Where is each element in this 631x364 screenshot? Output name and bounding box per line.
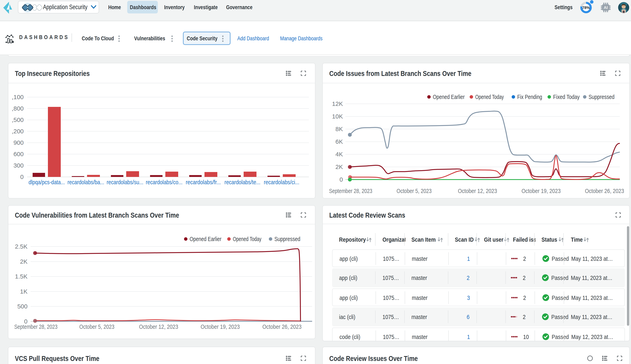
svg-text:Fixed Today: Fixed Today — [553, 94, 580, 100]
svg-text:recardolabs/fr...: recardolabs/fr... — [186, 179, 221, 186]
svg-text:,500: ,500 — [12, 116, 24, 123]
svg-text:October 5, 2023: October 5, 2023 — [396, 188, 432, 194]
svg-text:78%: 78% — [582, 6, 590, 10]
svg-text:6K: 6K — [335, 138, 343, 145]
svg-text:recardolabs/ba...: recardolabs/ba... — [68, 179, 104, 186]
svg-text:1K: 1K — [20, 288, 28, 295]
svg-text:8K: 8K — [335, 126, 343, 132]
svg-text:October 12, 2023: October 12, 2023 — [458, 188, 497, 194]
svg-text:Opened Earlier: Opened Earlier — [190, 236, 222, 242]
svg-text:recardolabs/ci...: recardolabs/ci... — [264, 179, 299, 186]
svg-text:October 26, 2023: October 26, 2023 — [262, 323, 302, 330]
svg-text:,100: ,100 — [12, 94, 24, 100]
svg-text:300: 300 — [14, 162, 24, 169]
svg-text:October 19, 2023: October 19, 2023 — [201, 323, 240, 330]
svg-text:September 28, 2023: September 28, 2023 — [329, 188, 372, 194]
svg-text:Opened Today: Opened Today — [475, 94, 504, 100]
svg-text:10K: 10K — [332, 113, 343, 120]
svg-text:,200: ,200 — [12, 128, 24, 134]
svg-text:2K: 2K — [20, 258, 28, 265]
svg-text:October 12, 2023: October 12, 2023 — [139, 323, 178, 330]
svg-text:2.5K: 2.5K — [15, 243, 28, 250]
svg-text:recardolabs/su...: recardolabs/su... — [107, 179, 143, 186]
svg-text:October 5, 2023: October 5, 2023 — [79, 323, 114, 330]
svg-text:12K: 12K — [332, 100, 343, 107]
svg-text:900: 900 — [14, 139, 24, 146]
svg-text:Opened Today: Opened Today — [233, 236, 261, 242]
svg-text:AI: AI — [604, 5, 608, 10]
svg-text:4K: 4K — [335, 151, 343, 158]
svg-text:0: 0 — [20, 174, 24, 180]
svg-text:,800: ,800 — [12, 105, 24, 112]
svg-text:October 26, 2023: October 26, 2023 — [585, 188, 624, 194]
svg-text:recardolabs/te...: recardolabs/te... — [225, 179, 260, 186]
svg-text:October 19, 2023: October 19, 2023 — [522, 188, 561, 194]
svg-text:500: 500 — [17, 303, 28, 310]
svg-text:September 28, 2023: September 28, 2023 — [14, 323, 58, 330]
svg-text:Fix Pending: Fix Pending — [517, 94, 542, 100]
svg-text:0: 0 — [339, 176, 343, 183]
svg-text:1.5K: 1.5K — [15, 273, 28, 280]
svg-text:Suppressed: Suppressed — [589, 94, 614, 100]
svg-text:Suppressed: Suppressed — [274, 236, 300, 242]
svg-text:2K: 2K — [335, 164, 343, 170]
svg-text:Opened Earlier: Opened Earlier — [433, 94, 465, 100]
svg-text:600: 600 — [14, 151, 24, 157]
svg-text:recardolabs/co...: recardolabs/co... — [146, 179, 182, 186]
svg-text:dlpqa/pcs-data...: dlpqa/pcs-data... — [29, 179, 65, 186]
